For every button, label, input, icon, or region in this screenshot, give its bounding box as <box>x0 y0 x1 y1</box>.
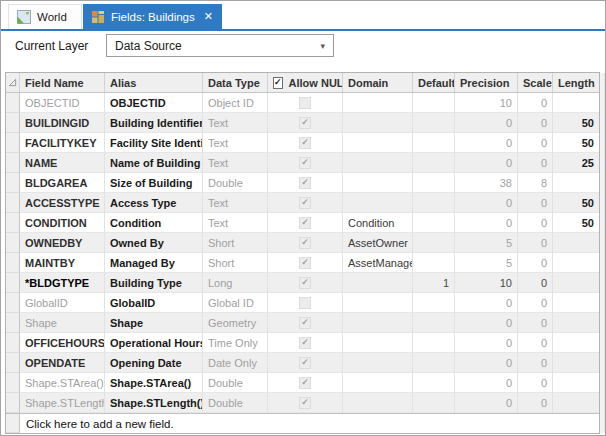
length-cell[interactable]: 50 <box>553 213 599 233</box>
scale-cell[interactable]: 0 <box>518 253 553 273</box>
field-name-cell[interactable]: BLDGAREA <box>20 173 105 193</box>
allow-null-checkbox[interactable] <box>299 97 311 109</box>
vertical-scrollbar[interactable] <box>600 73 605 433</box>
precision-cell[interactable]: 0 <box>455 373 518 393</box>
data-type-cell[interactable]: Text <box>203 213 268 233</box>
default-cell[interactable] <box>413 173 455 193</box>
domain-cell[interactable] <box>343 133 413 153</box>
add-field-label[interactable]: Click here to add a new field. <box>20 414 599 433</box>
row-selector[interactable] <box>6 193 20 213</box>
scale-cell[interactable]: 0 <box>518 273 553 293</box>
allow-null-cell[interactable]: ✓ <box>268 393 343 413</box>
allow-null-cell[interactable]: ✓ <box>268 373 343 393</box>
data-type-cell[interactable]: Text <box>203 133 268 153</box>
precision-cell[interactable]: 0 <box>455 293 518 313</box>
scale-cell[interactable]: 0 <box>518 193 553 213</box>
table-row[interactable]: MAINTBYManaged ByShort✓AssetManager50 <box>6 253 599 273</box>
precision-cell[interactable]: 0 <box>455 313 518 333</box>
scale-cell[interactable]: 0 <box>518 353 553 373</box>
allow-null-checkbox[interactable]: ✓ <box>299 317 311 329</box>
field-name-cell[interactable]: OFFICEHOURS <box>20 333 105 353</box>
row-selector[interactable] <box>6 333 20 353</box>
close-icon[interactable]: ✕ <box>204 11 213 22</box>
length-cell[interactable] <box>553 393 599 413</box>
precision-cell[interactable]: 0 <box>455 113 518 133</box>
field-name-cell[interactable]: OWNEDBY <box>20 233 105 253</box>
allow-null-checkbox[interactable]: ✓ <box>299 217 311 229</box>
length-cell[interactable] <box>553 333 599 353</box>
col-header-data-type[interactable]: Data Type <box>203 73 268 92</box>
domain-cell[interactable] <box>343 293 413 313</box>
row-selector[interactable] <box>6 313 20 333</box>
select-all-corner[interactable] <box>6 73 20 92</box>
table-row[interactable]: OPENDATEOpening DateDate Only✓00 <box>6 353 599 373</box>
col-header-scale[interactable]: Scale <box>518 73 553 92</box>
scale-cell[interactable]: 0 <box>518 293 553 313</box>
length-cell[interactable]: 50 <box>553 133 599 153</box>
domain-cell[interactable]: AssetOwner <box>343 233 413 253</box>
tab-world[interactable]: World <box>8 4 82 29</box>
table-row[interactable]: ACCESSTYPEAccess TypeText✓0050 <box>6 193 599 213</box>
field-name-cell[interactable]: OBJECTID <box>20 93 105 113</box>
alias-cell[interactable]: Opening Date <box>105 353 203 373</box>
col-header-precision[interactable]: Precision <box>455 73 518 92</box>
precision-cell[interactable]: 0 <box>455 133 518 153</box>
data-type-cell[interactable]: Text <box>203 193 268 213</box>
data-type-cell[interactable]: Double <box>203 373 268 393</box>
allow-null-cell[interactable]: ✓ <box>268 253 343 273</box>
scale-cell[interactable]: 0 <box>518 153 553 173</box>
scale-cell[interactable]: 0 <box>518 333 553 353</box>
tab-fields-buildings[interactable]: Fields: Buildings ✕ <box>83 4 222 29</box>
scale-cell[interactable]: 0 <box>518 313 553 333</box>
domain-cell[interactable]: Condition <box>343 213 413 233</box>
allow-null-checkbox[interactable]: ✓ <box>299 157 311 169</box>
field-name-cell[interactable]: ACCESSTYPE <box>20 193 105 213</box>
scale-cell[interactable]: 0 <box>518 373 553 393</box>
default-cell[interactable] <box>413 313 455 333</box>
default-cell[interactable] <box>413 133 455 153</box>
field-name-cell[interactable]: GlobalID <box>20 293 105 313</box>
alias-cell[interactable]: Name of Building <box>105 153 203 173</box>
data-type-cell[interactable]: Object ID <box>203 93 268 113</box>
length-cell[interactable] <box>553 353 599 373</box>
allow-null-cell[interactable]: ✓ <box>268 113 343 133</box>
default-cell[interactable]: 1 <box>413 273 455 293</box>
table-row[interactable]: OFFICEHOURSOperational HoursTime Only✓00 <box>6 333 599 353</box>
col-header-allow-null[interactable]: ✓ Allow NULL <box>268 73 343 92</box>
length-cell[interactable]: 50 <box>553 113 599 133</box>
table-row[interactable]: BLDGAREASize of BuildingDouble✓388 <box>6 173 599 193</box>
alias-cell[interactable]: Access Type <box>105 193 203 213</box>
table-row[interactable]: GlobalIDGlobalIDGlobal ID00 <box>6 293 599 313</box>
default-cell[interactable] <box>413 213 455 233</box>
default-cell[interactable] <box>413 253 455 273</box>
default-cell[interactable] <box>413 353 455 373</box>
alias-cell[interactable]: OBJECTID <box>105 93 203 113</box>
domain-cell[interactable] <box>343 373 413 393</box>
domain-cell[interactable] <box>343 393 413 413</box>
default-cell[interactable] <box>413 193 455 213</box>
scale-cell[interactable]: 0 <box>518 113 553 133</box>
row-selector[interactable] <box>6 173 20 193</box>
domain-cell[interactable] <box>343 193 413 213</box>
length-cell[interactable] <box>553 253 599 273</box>
length-cell[interactable] <box>553 293 599 313</box>
allow-null-checkbox[interactable]: ✓ <box>299 177 311 189</box>
current-layer-dropdown[interactable]: Data Source ▾ <box>106 34 334 57</box>
row-selector[interactable] <box>6 153 20 173</box>
alias-cell[interactable]: Facility Site Identifier <box>105 133 203 153</box>
allow-null-header-checkbox[interactable]: ✓ <box>273 77 283 89</box>
domain-cell[interactable] <box>343 273 413 293</box>
allow-null-cell[interactable]: ✓ <box>268 213 343 233</box>
length-cell[interactable]: 25 <box>553 153 599 173</box>
allow-null-cell[interactable]: ✓ <box>268 233 343 253</box>
col-header-length[interactable]: Length <box>553 73 599 92</box>
domain-cell[interactable] <box>343 313 413 333</box>
allow-null-cell[interactable] <box>268 93 343 113</box>
allow-null-checkbox[interactable]: ✓ <box>299 197 311 209</box>
allow-null-checkbox[interactable]: ✓ <box>299 257 311 269</box>
col-header-alias[interactable]: Alias <box>105 73 203 92</box>
scale-cell[interactable]: 0 <box>518 93 553 113</box>
allow-null-checkbox[interactable]: ✓ <box>299 277 311 289</box>
row-selector[interactable] <box>6 93 20 113</box>
precision-cell[interactable]: 0 <box>455 193 518 213</box>
